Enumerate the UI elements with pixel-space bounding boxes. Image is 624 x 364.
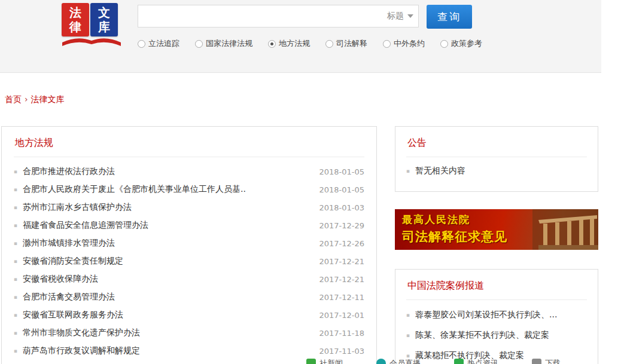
law-title-link[interactable]: 合肥市活禽交易管理办法 (23, 292, 115, 302)
case-title-link[interactable]: 蓉泰塑胶公司刘某设拒不执行判决、... (415, 310, 557, 320)
law-list-item[interactable]: 合肥市活禽交易管理办法 2017-12-11 (14, 288, 364, 306)
law-date: 2017-12-11 (319, 293, 364, 302)
law-date: 2017-12-26 (319, 239, 364, 248)
law-list-item[interactable]: 合肥市推进依法行政办法 2018-01-05 (14, 163, 364, 181)
footer-item-news[interactable]: 社新闻 (306, 358, 343, 364)
panel-title: 地方法规 (14, 127, 364, 157)
bullet-icon (14, 186, 17, 192)
case-list: 蓉泰塑胶公司刘某设拒不执行判决、... 陈某、徐某某拒不执行判决、裁定案 藏某稳… (406, 305, 587, 364)
logo-tiles: 法 律 文 库 (62, 3, 127, 36)
news-icon (306, 359, 316, 364)
law-title-link[interactable]: 福建省食品安全信息追溯管理办法 (23, 220, 148, 231)
bullet-icon (14, 222, 17, 228)
bullet-icon (14, 240, 17, 246)
law-date: 2017-12-01 (319, 311, 364, 320)
chevron-down-icon (407, 14, 413, 18)
banner-line2: 司法解释征求意见 (402, 228, 507, 245)
courthouse-illustration (520, 209, 598, 250)
radio-label: 政策参考 (451, 38, 482, 49)
footer-item-live[interactable]: 会员直播 (376, 358, 421, 364)
download-icon (532, 359, 541, 364)
banner-line1: 最高人民法院 (402, 213, 507, 227)
logo-tile-red: 法 律 (62, 3, 89, 36)
law-title-link[interactable]: 葫芦岛市行政复议调解和解规定 (23, 345, 140, 356)
footer-item-label: 社新闻 (319, 358, 343, 364)
law-title-link[interactable]: 合肥市推进依法行政办法 (23, 166, 115, 177)
law-list-item[interactable]: 常州市非物质文化遗产保护办法 2017-11-18 (14, 324, 364, 342)
law-list-item[interactable]: 合肥市人民政府关于废止《合肥市机关事业单位工作人员基.. 2018-01-05 (14, 181, 364, 198)
law-title-link[interactable]: 常州市非物质文化遗产保护办法 (23, 328, 140, 338)
law-title-link[interactable]: 苏州市江南水乡古镇保护办法 (23, 202, 132, 213)
announcement-empty: 暂无相关内容 (406, 166, 587, 176)
radio-local-regulations[interactable]: 地方法规 (268, 38, 310, 49)
radio-judicial-interpretation[interactable]: 司法解释 (325, 38, 367, 49)
law-date: 2017-12-21 (319, 257, 364, 266)
category-radio-group: 立法追踪 国家法律法规 地方法规 司法解释 中外条约 政策参考 (138, 38, 482, 49)
case-list-item[interactable]: 蓉泰塑胶公司刘某设拒不执行判决、... (406, 305, 587, 325)
bullet-icon (406, 332, 410, 338)
law-title-link[interactable]: 滁州市城镇排水管理办法 (23, 238, 115, 249)
search-input[interactable] (138, 5, 383, 27)
law-date: 2018-01-05 (319, 185, 364, 194)
law-date: 2017-11-03 (319, 347, 364, 356)
law-list-item[interactable]: 福建省食品安全信息追溯管理办法 2017-12-29 (14, 216, 364, 234)
radio-icon (195, 40, 203, 48)
case-title-link[interactable]: 陈某、徐某某拒不执行判决、裁定案 (415, 330, 549, 341)
bullet-icon (406, 312, 410, 318)
footer-item-hot-news[interactable]: 热点资讯 (454, 358, 498, 364)
footer-item-download[interactable]: 下载 (532, 358, 561, 364)
bullet-icon (14, 312, 17, 318)
search-field-selector[interactable]: 标题 (387, 5, 413, 27)
breadcrumb-current: 法律文库 (31, 94, 65, 104)
hot-news-icon (454, 359, 464, 364)
logo-char: 法 (69, 5, 81, 20)
supreme-court-banner[interactable]: 最高人民法院 司法解释征求意见 (395, 209, 598, 250)
logo-tile-blue: 文 库 (90, 3, 118, 36)
radio-legislation-tracking[interactable]: 立法追踪 (138, 38, 179, 49)
law-title-link[interactable]: 安徽省税收保障办法 (23, 274, 98, 285)
law-list-item[interactable]: 苏州市江南水乡古镇保护办法 2018-01-03 (14, 198, 364, 216)
law-title-link[interactable]: 安徽省消防安全责任制规定 (23, 256, 123, 267)
law-list-item[interactable]: 葫芦岛市行政复议调解和解规定 2017-11-03 (14, 342, 364, 360)
logo-char: 律 (69, 20, 81, 34)
law-title-link[interactable]: 安徽省互联网政务服务办法 (23, 310, 123, 320)
local-regulations-panel: 地方法规 合肥市推进依法行政办法 2018-01-05 合肥市人民政府关于废止《… (1, 126, 377, 364)
law-list-item[interactable]: 安徽省税收保障办法 2017-12-21 (14, 270, 364, 288)
banner-text: 最高人民法院 司法解释征求意见 (402, 213, 507, 245)
breadcrumb: 首页›法律文库 (5, 94, 65, 105)
footer-links-bar: 社新闻 会员直播 热点资讯 下载 (306, 358, 561, 364)
announcement-panel: 公告 暂无相关内容 (395, 126, 598, 192)
search-button[interactable]: 查询 (427, 5, 472, 29)
bullet-icon (14, 276, 17, 282)
law-date: 2018-01-03 (319, 203, 364, 212)
law-list-item[interactable]: 滁州市城镇排水管理办法 2017-12-26 (14, 234, 364, 252)
law-date: 2017-11-18 (319, 329, 364, 338)
radio-icon (383, 40, 391, 48)
law-list-item[interactable]: 安徽省消防安全责任制规定 2017-12-21 (14, 252, 364, 270)
case-list-item[interactable]: 陈某、徐某某拒不执行判决、裁定案 (406, 325, 587, 345)
radio-national-laws[interactable]: 国家法律法规 (195, 38, 252, 49)
law-date: 2017-12-21 (319, 275, 364, 284)
bullet-icon (14, 204, 17, 210)
site-logo[interactable]: 法 律 文 库 (62, 3, 127, 54)
logo-char: 库 (98, 20, 110, 34)
footer-item-label: 热点资讯 (467, 358, 498, 364)
radio-policy-reference[interactable]: 政策参考 (440, 38, 482, 49)
court-cases-panel: 中国法院案例报道 蓉泰塑胶公司刘某设拒不执行判决、... 陈某、徐某某拒不执行判… (395, 269, 598, 364)
law-list-item[interactable]: 安徽省互联网政务服务办法 2017-12-01 (14, 306, 364, 324)
bullet-icon (14, 294, 17, 300)
search-field-label: 标题 (387, 11, 404, 22)
law-title-link[interactable]: 合肥市人民政府关于废止《合肥市机关事业单位工作人员基.. (23, 184, 246, 195)
bullet-icon (14, 330, 17, 336)
radio-treaties[interactable]: 中外条约 (383, 38, 425, 49)
live-icon (376, 359, 386, 364)
footer-item-label: 会员直播 (389, 358, 421, 364)
radio-label: 立法追踪 (148, 38, 179, 49)
logo-char: 文 (98, 5, 110, 20)
radio-label: 司法解释 (336, 38, 367, 49)
law-date: 2018-01-05 (319, 167, 364, 176)
radio-label: 国家法律法规 (206, 38, 252, 49)
breadcrumb-home-link[interactable]: 首页 (5, 94, 22, 104)
breadcrumb-separator: › (25, 94, 28, 104)
site-header: 法 律 文 库 标题 查询 立法追踪 国家法律法规 (0, 0, 601, 73)
